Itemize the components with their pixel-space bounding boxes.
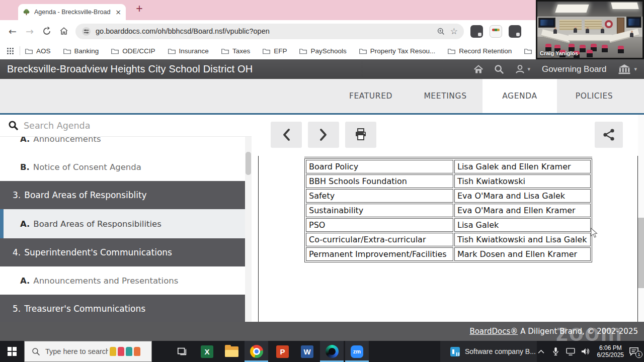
user-menu[interactable]: ▾ (515, 64, 530, 74)
page-scrollbar[interactable] (638, 115, 644, 322)
site-title: Brecksville-Broadview Heights City Schoo… (7, 63, 253, 75)
tab-close-icon[interactable]: × (115, 8, 121, 16)
boarddocs-link[interactable]: BoardDocs® (469, 327, 518, 336)
extension-icon[interactable] (509, 25, 521, 38)
wood-panel (559, 20, 582, 30)
page-scroll-thumb[interactable] (638, 218, 644, 288)
bookmark-folder[interactable]: AOS (25, 47, 51, 55)
search-highlight-icon (118, 347, 124, 356)
agenda-content: Board Policy Lisa Galek and Ellen Kramer… (252, 115, 644, 322)
search-highlight-icon (126, 347, 132, 356)
task-view-button[interactable] (170, 341, 194, 362)
person (574, 28, 577, 33)
agenda-item-selected[interactable]: A. Board Areas of Responsibilities (0, 209, 245, 238)
back-icon[interactable]: ← (4, 26, 21, 37)
search-agenda-input[interactable] (24, 121, 215, 131)
site-header: Brecksville-Broadview Heights City Schoo… (0, 59, 644, 79)
ceiling-light (611, 3, 638, 9)
file-explorer-icon[interactable] (220, 341, 244, 362)
bookmark-folder[interactable]: PaySchools (299, 47, 346, 55)
table-row: BBH Schools Foundation Tish Kwiatkowski (306, 174, 591, 188)
agenda-item-list: A. Announcements B. Notice of Consent Ag… (0, 137, 245, 322)
zoom-page-icon[interactable] (437, 27, 445, 36)
members-cell: Lisa Galek and Ellen Kramer (454, 160, 591, 173)
tab-policies[interactable]: POLICIES (557, 79, 631, 113)
share-button[interactable] (595, 122, 623, 148)
previous-item-button[interactable] (271, 122, 302, 148)
new-tab-button[interactable]: + (132, 2, 147, 16)
agenda-item[interactable]: B. Notice of Consent Agenda (0, 153, 245, 181)
tab-title: Agenda - Brecksville-Broadview (34, 9, 111, 16)
site-info-icon[interactable] (82, 27, 91, 36)
apps-grid-icon[interactable] (7, 48, 14, 54)
nav-band: BBH Brecksville Broadview Heights City S… (0, 79, 644, 113)
speaker-icon[interactable] (580, 347, 591, 355)
board-menu[interactable]: ▾ (618, 64, 637, 75)
reload-icon[interactable] (38, 27, 55, 36)
agenda-item[interactable]: A. Announcements (0, 137, 245, 153)
tab-featured[interactable]: FEATURED (334, 79, 408, 113)
zoom-app-icon[interactable]: zm (345, 341, 369, 362)
members-cell: Lisa Galek (454, 218, 591, 232)
chrome-app-icon[interactable] (245, 341, 268, 362)
extension-icon[interactable] (490, 25, 502, 38)
agenda-search-row (0, 115, 252, 137)
agenda-section[interactable]: 5. Treasurer's Communications (0, 295, 245, 322)
powerpoint-app-icon[interactable]: P (271, 341, 294, 362)
extension-icon[interactable] (470, 25, 483, 38)
table-row: Permanent Improvement/Facilities Mark Do… (306, 247, 591, 261)
microphone-icon[interactable] (550, 347, 561, 356)
bookmark-folder[interactable]: Property Tax Resou... (359, 47, 436, 55)
agenda-detail-frame: Board Policy Lisa Galek and Ellen Kramer… (258, 156, 638, 322)
windows-logo-icon (8, 347, 17, 356)
bookmark-folder[interactable]: Insurance (168, 47, 209, 55)
members-cell: Eva O'Mara and Ellen Kramer (454, 204, 591, 217)
agenda-item[interactable]: A. Announcements and Presentations (0, 266, 245, 295)
committee-cell: Sustainability (306, 204, 453, 217)
home-icon[interactable] (473, 65, 484, 74)
browser-tab[interactable]: Agenda - Brecksville-Broadview × (18, 4, 126, 20)
next-item-button[interactable] (308, 122, 339, 148)
taskbar-search-input[interactable] (45, 347, 108, 355)
bookmark-folder[interactable]: Taxes (221, 47, 250, 55)
action-center-icon[interactable]: 1 (629, 347, 639, 356)
tab-meetings[interactable]: MEETINGS (408, 79, 482, 113)
taskbar-search[interactable] (24, 341, 152, 362)
meeting-table (569, 35, 612, 41)
sidebar-scroll-thumb[interactable] (246, 152, 251, 175)
person (601, 29, 604, 33)
search-icon[interactable] (494, 64, 504, 74)
clock-time: 6:06 PM (597, 344, 624, 351)
taskbar-clock[interactable]: 6:06 PM 6/25/2025 (597, 344, 624, 358)
start-button[interactable] (0, 341, 24, 362)
table-row: PSO Lisa Galek (306, 218, 591, 232)
wall-tv (538, 18, 555, 28)
chevron-up-icon[interactable] (536, 349, 547, 354)
video-feed: Craig Yaniglos (536, 0, 644, 59)
members-cell: Tish Kwiatkowski and Lisa Galek (454, 233, 591, 246)
tab-agenda[interactable]: AGENDA (482, 79, 557, 113)
agenda-section[interactable]: 4. Superintendent's Communications (0, 238, 245, 266)
committee-cell: PSO (306, 218, 453, 232)
agenda-section[interactable]: 3. Board Areas of Responsiblity (0, 181, 245, 209)
forward-icon[interactable]: → (21, 26, 38, 37)
bookmark-folder[interactable]: ODE/CCIP (111, 47, 155, 55)
network-icon[interactable] (565, 348, 576, 355)
bookmark-folder[interactable]: EFP (263, 47, 287, 55)
bookmark-folder[interactable]: Banking (63, 47, 99, 55)
url-bar[interactable]: go.boarddocs.com/oh/bbhcsd/Board.nsf/vpu… (75, 24, 464, 39)
table-row: Co-curricular/Extra-curricular Tish Kwia… (306, 233, 591, 246)
word-app-icon[interactable]: W (295, 341, 319, 362)
home-browser-icon[interactable] (55, 27, 72, 36)
bookmark-folder[interactable]: Record Retention (448, 47, 512, 55)
excel-app-icon[interactable]: X (195, 341, 219, 362)
sidebar-scrollbar[interactable] (245, 137, 252, 322)
bookmark-star-icon[interactable]: ☆ (450, 26, 458, 36)
webex-app-icon[interactable] (320, 341, 344, 362)
print-button[interactable] (345, 122, 376, 148)
boarddocs-footer: BoardDocs® A Diligent Brand, © 2002-2025 (0, 322, 644, 341)
table-row: Safety Eva O'Mara and Lisa Galek (306, 189, 591, 203)
responsibilities-table: Board Policy Lisa Galek and Ellen Kramer… (304, 158, 592, 262)
taskbar-window-button[interactable]: Software company B... (440, 341, 537, 362)
chevron-down-icon: ▾ (527, 66, 530, 72)
